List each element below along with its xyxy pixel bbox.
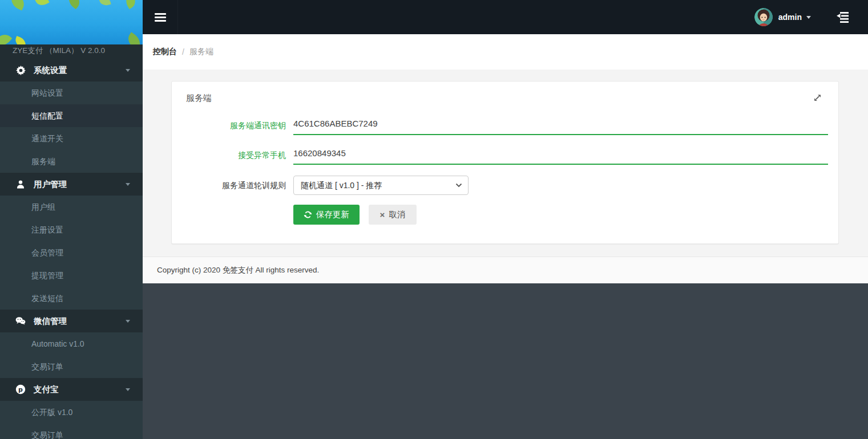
sidebar-item-server-endpoint[interactable]: 服务端: [0, 150, 143, 173]
leaf-decoration: [0, 31, 12, 44]
breadcrumb: 控制台 / 服务端: [143, 34, 868, 70]
sidebar-item-user-group[interactable]: 用户组: [0, 196, 143, 218]
sidebar-item-member-management[interactable]: 会员管理: [0, 241, 143, 264]
alert-phone-label: 接受异常手机: [172, 144, 286, 166]
sidebar-item-alipay[interactable]: p 支付宝: [0, 378, 143, 401]
leaf-decoration: [9, 0, 27, 10]
user-icon: [15, 179, 26, 189]
refresh-icon: [304, 210, 312, 219]
control-sidebar-toggle-button[interactable]: [827, 0, 859, 34]
lower-background-panel: [143, 283, 868, 439]
alipay-p-icon: p: [15, 384, 26, 395]
sidebar-item-label: 微信管理: [34, 316, 67, 327]
sidebar-item-wechat-management[interactable]: 微信管理: [0, 310, 143, 332]
sidebar-item-alipay-public[interactable]: 公开版 v1.0: [0, 401, 143, 424]
form-row-alert-phone: 接受异常手机: [172, 144, 828, 166]
leaf-decoration: [65, 0, 83, 9]
sidebar-item-send-sms[interactable]: 发送短信: [0, 287, 143, 310]
sidebar-item-website-settings[interactable]: 网站设置: [0, 82, 143, 104]
leaf-decoration: [14, 36, 27, 44]
chevron-down-icon: [126, 388, 130, 391]
sidebar-item-label: 用户管理: [34, 179, 67, 190]
caret-down-icon: [806, 16, 811, 19]
page-footer: Copyright (c) 2020 免签支付 All rights reser…: [143, 257, 868, 283]
save-button-label: 保存更新: [316, 209, 349, 220]
leaf-decoration: [123, 0, 139, 9]
leaf-decoration: [125, 32, 143, 44]
sidebar-item-wechat-automatic[interactable]: Automatic v1.0: [0, 332, 143, 355]
gear-icon: [15, 65, 26, 75]
cancel-button-label: 取消: [389, 209, 405, 220]
sidebar-item-sms-config[interactable]: 短信配置: [0, 104, 143, 127]
outdent-menu-icon: [835, 11, 851, 24]
sidebar-item-wechat-orders[interactable]: 交易订单: [0, 355, 143, 378]
top-navbar: admin: [143, 0, 868, 34]
sidebar-toggle-button[interactable]: [143, 0, 178, 34]
server-key-label: 服务端通讯密钥: [172, 115, 286, 136]
cancel-button[interactable]: × 取消: [369, 205, 417, 225]
app-version: ZYE支付 （MILA） V 2.0.0: [0, 44, 143, 59]
sidebar-item-system-settings[interactable]: 系统设置: [0, 59, 143, 82]
username-label: admin: [778, 13, 802, 22]
avatar: [754, 8, 773, 26]
breadcrumb-separator: /: [182, 47, 184, 56]
leaf-decoration: [35, 0, 49, 8]
sidebar-item-withdraw-management[interactable]: 提现管理: [0, 264, 143, 287]
chevron-down-icon: [126, 183, 130, 186]
chevron-down-icon: [126, 320, 130, 323]
server-settings-card: 服务端 服务端通讯密钥 接受异常手机 服务通道轮训规则 随机通: [171, 81, 839, 244]
svg-text:p: p: [18, 386, 23, 393]
expand-icon[interactable]: [813, 94, 822, 103]
chevron-down-icon: [126, 69, 130, 72]
sidebar-item-label: 支付宝: [34, 384, 59, 395]
channel-rule-select[interactable]: 随机通道 [ v1.0 ] - 推荐: [293, 176, 469, 195]
user-dropdown[interactable]: admin: [749, 0, 817, 34]
sidebar-item-channel-switch[interactable]: 通道开关: [0, 127, 143, 150]
sidebar-item-label: 系统设置: [34, 65, 67, 76]
server-key-input[interactable]: [293, 115, 828, 135]
leaf-decoration: [99, 0, 111, 7]
save-button[interactable]: 保存更新: [293, 205, 360, 225]
copyright-text: Copyright (c) 2020 免签支付 All rights reser…: [157, 265, 319, 275]
channel-rule-label: 服务通道轮训规则: [172, 176, 286, 195]
breadcrumb-current: 服务端: [189, 47, 213, 57]
alert-phone-input[interactable]: [293, 144, 828, 165]
brand-logo[interactable]: [0, 0, 143, 44]
breadcrumb-home-link[interactable]: 控制台: [153, 47, 177, 57]
content-area: 服务端 服务端通讯密钥 接受异常手机 服务通道轮训规则 随机通: [143, 70, 868, 257]
form-row-server-key: 服务端通讯密钥: [172, 115, 828, 136]
sidebar: ZYE支付 （MILA） V 2.0.0 系统设置 网站设置 短信配置 通道开关…: [0, 0, 143, 439]
sidebar-item-alipay-orders[interactable]: 交易订单: [0, 424, 143, 439]
sidebar-item-user-management[interactable]: 用户管理: [0, 173, 143, 196]
close-icon: ×: [380, 210, 385, 220]
wechat-icon: [15, 316, 26, 326]
card-title: 服务端: [186, 93, 212, 104]
sidebar-menu: 系统设置 网站设置 短信配置 通道开关 服务端 用户管理 用户组 注册设置 会员…: [0, 59, 143, 439]
form-row-channel-rule: 服务通道轮训规则 随机通道 [ v1.0 ] - 推荐: [172, 176, 469, 195]
form-actions: 保存更新 × 取消: [172, 205, 417, 225]
hamburger-icon: [155, 11, 166, 23]
sidebar-item-register-settings[interactable]: 注册设置: [0, 218, 143, 241]
